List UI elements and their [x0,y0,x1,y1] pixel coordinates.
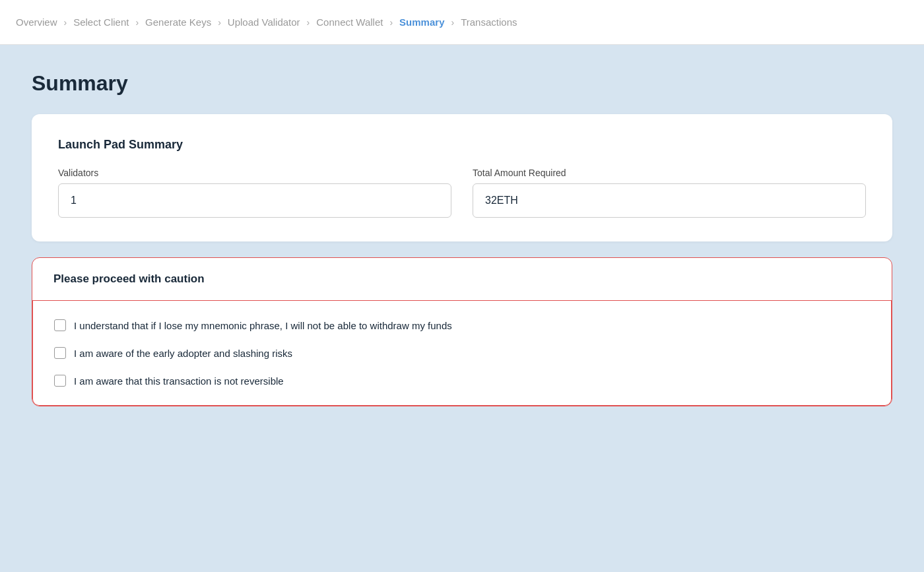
breadcrumb-nav: Overview › Select Client › Generate Keys… [0,0,924,45]
breadcrumb-label-transactions: Transactions [461,16,517,28]
checkbox-mnemonic[interactable] [54,319,66,331]
fields-row: Validators Total Amount Required [58,168,866,218]
validators-label: Validators [58,168,451,178]
breadcrumb-label-overview: Overview [16,16,57,28]
checkbox-slashing-label: I am aware of the early adopter and slas… [74,348,292,359]
breadcrumb-label-select-client: Select Client [73,16,129,28]
checkbox-mnemonic-row[interactable]: I understand that if I lose my mnemonic … [54,319,870,331]
separator-1: › [64,17,67,28]
breadcrumb-item-transactions[interactable]: Transactions [461,16,517,28]
page-title: Summary [32,71,892,96]
validators-field-group: Validators [58,168,451,218]
breadcrumb-label-generate-keys: Generate Keys [145,16,211,28]
launch-pad-summary-card: Launch Pad Summary Validators Total Amou… [32,114,892,241]
checkbox-mnemonic-label: I understand that if I lose my mnemonic … [74,320,452,331]
checkbox-slashing-row[interactable]: I am aware of the early adopter and slas… [54,347,870,359]
breadcrumb-item-overview[interactable]: Overview [16,16,57,28]
total-amount-input[interactable] [473,183,866,218]
caution-body: I understand that if I lose my mnemonic … [32,301,892,406]
separator-3: › [218,17,221,28]
separator-6: › [451,17,454,28]
checkbox-irreversible-row[interactable]: I am aware that this transaction is not … [54,375,870,387]
breadcrumb-item-summary[interactable]: Summary [399,16,444,28]
caution-title: Please proceed with caution [53,272,871,286]
breadcrumb-item-generate-keys[interactable]: Generate Keys [145,16,211,28]
total-amount-label: Total Amount Required [473,168,866,178]
breadcrumb-item-upload-validator[interactable]: Upload Validator [228,16,300,28]
launch-pad-card-title: Launch Pad Summary [58,138,866,152]
checkbox-irreversible[interactable] [54,375,66,387]
checkbox-slashing[interactable] [54,347,66,359]
breadcrumb-label-upload-validator: Upload Validator [228,16,300,28]
separator-4: › [307,17,310,28]
breadcrumb-item-connect-wallet[interactable]: Connect Wallet [316,16,383,28]
checkbox-irreversible-label: I am aware that this transaction is not … [74,375,284,387]
separator-5: › [389,17,393,28]
breadcrumb-label-connect-wallet: Connect Wallet [316,16,383,28]
validators-input[interactable] [58,183,451,218]
caution-card: Please proceed with caution I understand… [32,257,892,406]
caution-header: Please proceed with caution [32,258,892,301]
main-content: Summary Launch Pad Summary Validators To… [0,45,924,572]
total-amount-field-group: Total Amount Required [473,168,866,218]
breadcrumb-label-summary: Summary [399,16,444,28]
breadcrumb-item-select-client[interactable]: Select Client [73,16,129,28]
separator-2: › [135,17,139,28]
